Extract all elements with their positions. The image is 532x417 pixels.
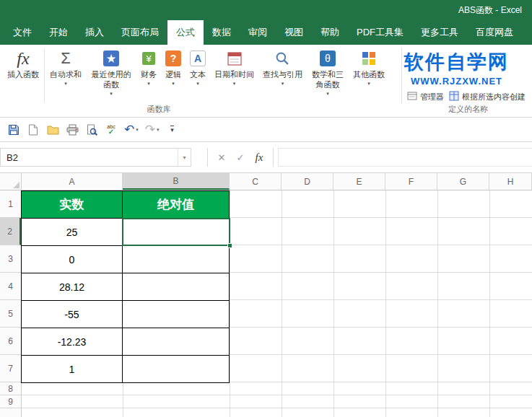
row-header-2[interactable]: 2 (0, 218, 21, 245)
spellcheck-icon: abc ✓ (107, 124, 115, 136)
name-box-value: B2 (6, 152, 178, 163)
cell-A1[interactable]: 实数 (22, 191, 123, 219)
tab-review[interactable]: 审阅 (240, 20, 276, 45)
star-icon: ★ (103, 51, 119, 66)
recently-used-label: 最近使用的函数 (90, 70, 132, 90)
cell-B6[interactable] (123, 328, 230, 356)
customize-qat-button[interactable]: ▾ (166, 122, 179, 138)
cell-B3[interactable] (123, 246, 230, 273)
question-icon: ? (165, 51, 181, 66)
column-header-G[interactable]: G (437, 173, 489, 190)
tab-formulas[interactable]: 公式 (167, 20, 204, 45)
financial-label: 财务 (141, 70, 157, 80)
redo-dropdown-icon[interactable]: ▾ (157, 127, 160, 133)
tab-insert[interactable]: 插入 (77, 20, 113, 45)
more-functions-button[interactable]: 其他函数 ▾ (349, 47, 389, 86)
column-header-D[interactable]: D (282, 173, 333, 190)
insert-function-fx-button[interactable]: fx (250, 152, 269, 164)
print-button[interactable] (66, 122, 79, 138)
print-preview-button[interactable] (85, 122, 98, 138)
dropdown-arrow-icon: ▾ (196, 81, 199, 86)
defined-names-group: 管理器 根据所选内容创建 (404, 45, 532, 104)
column-header-B[interactable]: B (123, 173, 230, 190)
row-header-8[interactable]: 8 (0, 382, 21, 395)
print-icon (66, 124, 79, 136)
recently-used-button[interactable]: ★ 最近使用的函数 ▾ (86, 47, 136, 96)
tab-home[interactable]: 开始 (40, 20, 77, 45)
column-header-H[interactable]: H (489, 173, 532, 190)
create-from-selection-label: 根据所选内容创建 (462, 92, 526, 102)
cancel-button[interactable]: ✕ (212, 152, 231, 163)
new-file-button[interactable] (27, 122, 40, 138)
row-header-4[interactable]: 4 (0, 273, 21, 300)
formula-input[interactable] (278, 148, 532, 167)
open-folder-button[interactable] (46, 122, 59, 138)
tab-page-layout[interactable]: 页面布局 (113, 20, 167, 45)
undo-button[interactable]: ↶ ▾ (124, 122, 139, 138)
calendar-icon (227, 48, 243, 69)
undo-dropdown-icon[interactable]: ▾ (136, 127, 139, 133)
row-header-9[interactable]: 9 (0, 395, 21, 408)
cell-A4[interactable]: 28.12 (22, 273, 123, 301)
cell-A3[interactable]: 0 (22, 246, 123, 273)
cell-B7[interactable] (123, 356, 230, 383)
row-header-column: 1 2 3 4 5 6 7 8 9 (0, 190, 22, 417)
row-header-7[interactable]: 7 (0, 355, 21, 382)
enter-button[interactable]: ✓ (231, 152, 250, 163)
sheet-grid[interactable]: 1 2 3 4 5 6 7 8 9 实数 绝对值 25 0 28.12 -55 (0, 190, 532, 417)
column-header-row: A B C D E F G H (0, 173, 532, 190)
ribbon-divider (44, 48, 45, 102)
tab-help[interactable]: 帮助 (312, 20, 348, 45)
tab-file[interactable]: 文件 (4, 20, 40, 45)
tab-view[interactable]: 视图 (276, 20, 312, 45)
name-box-dropdown-icon[interactable]: ▾ (178, 149, 191, 166)
name-manager-button[interactable]: 管理器 (407, 91, 444, 102)
redo-button[interactable]: ↷ ▾ (145, 122, 160, 138)
cell-A6[interactable]: -12.23 (22, 328, 123, 356)
tab-baidu-pan[interactable]: 百度网盘 (467, 20, 522, 45)
tab-more-tools[interactable]: 更多工具 (412, 20, 467, 45)
title-bar: ABS函数 - Excel (0, 0, 532, 20)
select-all-corner[interactable] (0, 173, 22, 190)
cell-A2[interactable]: 25 (22, 219, 123, 246)
undo-icon: ↶ (124, 123, 134, 136)
column-header-F[interactable]: F (385, 173, 437, 190)
create-from-selection-button[interactable]: 根据所选内容创建 (449, 91, 526, 102)
table-row: -55 (22, 301, 230, 328)
customize-qat-icon: ▾ (170, 126, 174, 134)
cell-B2[interactable] (123, 219, 230, 246)
save-button[interactable] (7, 122, 20, 138)
financial-icon: ¥ (141, 48, 157, 69)
sigma-icon: Σ (61, 48, 71, 69)
tab-data[interactable]: 数据 (204, 20, 240, 45)
column-header-C[interactable]: C (230, 173, 282, 190)
name-box[interactable]: B2 ▾ (0, 148, 191, 167)
financial-button[interactable]: ¥ 财务 ▾ (136, 47, 161, 86)
cell-A5[interactable]: -55 (22, 301, 123, 328)
cell-A7[interactable]: 1 (22, 356, 123, 383)
row-header-6[interactable]: 6 (0, 328, 21, 355)
date-time-button[interactable]: 日期和时间 ▾ (210, 47, 258, 86)
text-button[interactable]: A 文本 ▾ (186, 47, 210, 86)
spellcheck-button[interactable]: abc ✓ (105, 122, 118, 138)
cell-B1[interactable]: 绝对值 (123, 191, 230, 219)
date-time-label: 日期和时间 (214, 70, 254, 80)
table-row: 实数 绝对值 (22, 191, 230, 219)
lookup-reference-button[interactable]: 查找与引用 ▾ (258, 47, 307, 86)
cell-B4[interactable] (123, 273, 230, 301)
insert-function-button[interactable]: fx 插入函数 (3, 47, 43, 80)
cell-B5[interactable] (123, 301, 230, 328)
row-header-1[interactable]: 1 (0, 190, 21, 218)
row-header-3[interactable]: 3 (0, 245, 21, 273)
column-header-A[interactable]: A (22, 173, 123, 190)
dropdown-arrow-icon: ▾ (326, 91, 329, 96)
theta-icon: θ (320, 51, 336, 66)
math-trig-button[interactable]: θ 数学和三角函数 ▾ (307, 47, 349, 96)
fx-icon: fx (17, 48, 29, 69)
column-header-E[interactable]: E (333, 173, 385, 190)
autosum-button[interactable]: Σ 自动求和 ▾ (45, 47, 86, 86)
row-header-5[interactable]: 5 (0, 300, 21, 328)
tab-pdf-tools[interactable]: PDF工具集 (348, 20, 412, 45)
redo-icon: ↷ (145, 123, 155, 136)
logical-button[interactable]: ? 逻辑 ▾ (161, 47, 186, 86)
